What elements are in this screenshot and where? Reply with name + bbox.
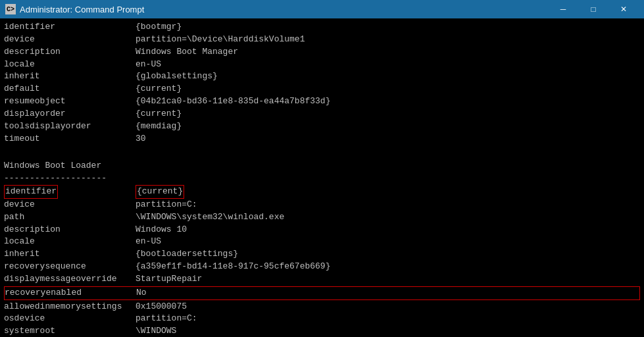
close-button[interactable]: ✕ [608, 0, 639, 18]
table-row: devicepartition=C: [4, 199, 640, 211]
table-row: recoverysequence{a359ef1f-bd14-11e8-917c… [4, 261, 640, 273]
maximize-button[interactable]: □ [578, 0, 608, 18]
table-row: timeout30 [4, 133, 640, 145]
window-title: Administrator: Command Prompt [20, 5, 144, 14]
table-row: recoveryenabledNo [4, 286, 640, 300]
table-row: identifier{current} [4, 185, 640, 199]
separator-2: -------------------- [4, 172, 640, 185]
table-row: devicepartition=\Device\HarddiskVolume1 [4, 34, 640, 46]
table-row: systemroot\WINDOWS [4, 325, 640, 337]
table-row: descriptionWindows 10 [4, 224, 640, 236]
table-row: path\WINDOWS\system32\winload.exe [4, 211, 640, 224]
table-row: default{current} [4, 83, 640, 95]
table-row: inherit{bootloadersettings} [4, 248, 640, 261]
terminal-body: identifier{bootmgr}devicepartition=\Devi… [0, 18, 644, 337]
table-row: localeen-US [4, 236, 640, 248]
table-row: displaymessageoverrideStartupRepair [4, 273, 640, 286]
title-bar-left: C> Administrator: Command Prompt [5, 4, 144, 14]
table-row: displayorder{current} [4, 108, 640, 120]
boot-loader-section: identifier{current}devicepartition=C:pat… [4, 185, 640, 337]
table-row: descriptionWindows Boot Manager [4, 46, 640, 59]
title-bar: C> Administrator: Command Prompt ─ □ ✕ [0, 0, 644, 18]
table-row: identifier{bootmgr} [4, 21, 640, 34]
table-row: osdevicepartition=C: [4, 313, 640, 325]
table-row: localeen-US [4, 59, 640, 71]
table-row: toolsdisplayorder{memdiag} [4, 120, 640, 133]
table-row: resumeobject{04b21ca0-bd36-11e8-835d-ea4… [4, 95, 640, 108]
cmd-icon: C> [5, 4, 16, 14]
window-controls: ─ □ ✕ [548, 0, 639, 18]
table-row: inherit{globalsettings} [4, 70, 640, 83]
table-row: allowedinmemorysettings0x15000075 [4, 301, 640, 313]
minimize-button[interactable]: ─ [548, 0, 578, 18]
boot-manager-section: identifier{bootmgr}devicepartition=\Devi… [4, 21, 640, 145]
boot-loader-title: Windows Boot Loader [4, 160, 640, 172]
blank-line-1 [4, 145, 640, 157]
